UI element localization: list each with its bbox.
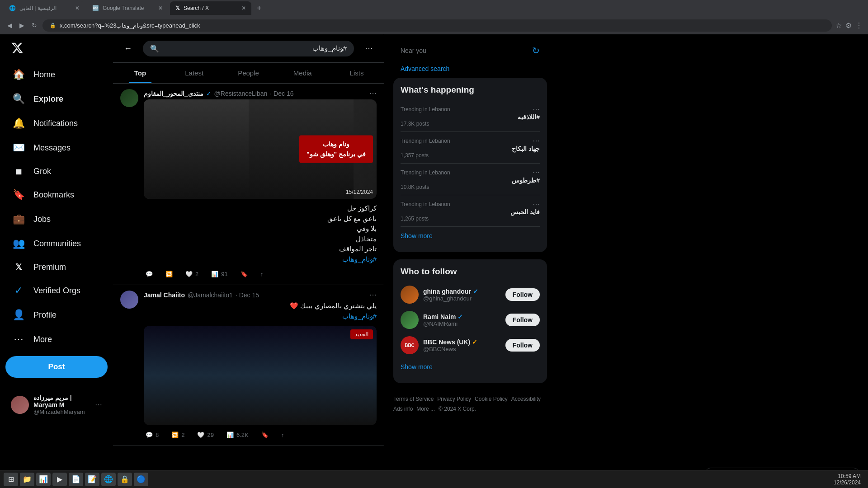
app-logo[interactable] [5,38,108,60]
tweet-2-views-button[interactable]: 📊 6.2K [225,430,250,440]
tweet-1-reply-button[interactable]: 💬 [144,269,155,279]
sidebar-item-communities[interactable]: 👥 Communities [5,232,108,255]
sidebar-item-more[interactable]: ⋯ More [5,328,108,351]
trend-item-3[interactable]: Trending in Lebanon ⋯ #طرطوس 10.8K posts [401,164,540,195]
footer-links: Terms of Service Privacy Policy Cookie P… [393,390,547,418]
sidebar-item-profile[interactable]: 👤 Profile [5,304,108,326]
retweet-icon-2: 🔁 [171,432,179,438]
taskbar-excel[interactable]: 📊 [36,473,51,486]
trend-item-1[interactable]: Trending in Lebanon ⋯ #اللاذقيه 17.3K po… [401,100,540,132]
sidebar-item-explore[interactable]: 🔍 Explore [5,88,108,110]
tweet-2-reply-button[interactable]: 💬 8 [144,430,160,440]
who-to-follow-show-more[interactable]: Show more [401,358,540,376]
back-button[interactable]: ← [120,40,136,57]
trend-1-region: Trending in Lebanon [401,106,450,113]
whats-happening-show-more[interactable]: Show more [401,227,540,245]
tweet-1-like-button[interactable]: 🤍 2 [184,269,200,279]
footer-terms[interactable]: Terms of Service [393,396,434,402]
url-bar[interactable]: 🔒 x.com/search?q=%23ونام_وهاب&src=typeah… [42,19,832,32]
tab-close-3[interactable]: ✕ [241,5,246,11]
sidebar-item-home[interactable]: 🏠 Home [5,63,108,86]
footer-accessibility[interactable]: Accessibility [511,396,541,402]
trend-2-region: Trending in Lebanon [401,138,450,144]
bookmark-icon[interactable]: ☆ [835,21,842,30]
sidebar-user-account[interactable]: مريم ميرزاده | Maryam M @MirzadehMaryam … [5,389,108,421]
sidebar-item-messages[interactable]: ✉️ Messages [5,136,108,159]
footer-more[interactable]: More ... [416,406,435,412]
back-nav-button[interactable]: ◀ [5,20,14,31]
advanced-search-link[interactable]: Advanced search [393,65,547,78]
near-you-text: Near you [401,47,426,54]
sidebar-item-bookmarks[interactable]: 🔖 Bookmarks [5,183,108,206]
trend-2-more-icon[interactable]: ⋯ [533,136,540,145]
windows-icon: ⊞ [8,475,14,483]
search-input[interactable] [164,45,347,52]
search-box[interactable]: 🔍 [143,41,354,56]
tab-latest[interactable]: Latest [167,63,222,83]
post-button[interactable]: Post [5,356,108,378]
new-tab-button[interactable]: + [253,4,265,13]
taskbar-vpn[interactable]: 🔒 [118,473,132,486]
tweet-2-share-button[interactable]: ↑ [279,430,286,440]
sidebar-avatar [11,396,29,414]
trend-item-2[interactable]: Trending in Lebanon ⋯ جهاد البكاح 1,357 … [401,132,540,164]
taskbar-media[interactable]: ▶ [52,473,67,486]
browser-tab-1[interactable]: 🌐 الرئيسية | العابي ✕ [4,1,85,15]
tweet-1-share-button[interactable]: ↑ [259,269,265,279]
sidebar-item-grok[interactable]: ◼ Grok [5,161,108,182]
trend-item-4[interactable]: Trending in Lebanon ⋯ فايد الحبس 1,265 p… [401,195,540,227]
tweet-1-views-button[interactable]: 📊 91 [209,269,229,279]
browser-tab-2[interactable]: 🔤 Google Translate ✕ [87,1,168,15]
menu-icon[interactable]: ⋮ [855,21,863,30]
tweet-2-like-button[interactable]: 🤍 29 [195,430,215,440]
sidebar-item-verified-orgs[interactable]: ✓ Verified Orgs [5,279,108,302]
main-content: ← 🔍 ⋯ Top Latest People Media Lists منتد… [113,34,384,488]
tweet-2-hashtag[interactable]: #ونام_وهاب [342,312,377,320]
tab-lists[interactable]: Lists [330,63,384,83]
extensions-icon[interactable]: ⚙ [845,21,852,30]
sidebar-item-notifications[interactable]: 🔔 Notifications [5,112,108,135]
trend-4-more-icon[interactable]: ⋯ [533,200,540,208]
tab-people[interactable]: People [222,63,276,83]
footer-ads[interactable]: Ads info [393,406,413,412]
trend-3-more-icon[interactable]: ⋯ [533,168,540,177]
tab-close-2[interactable]: ✕ [158,5,163,11]
explore-icon: 🔍 [13,93,24,105]
follow-button-1[interactable]: Follow [505,288,540,301]
reload-button[interactable]: ↻ [30,20,39,31]
tweet-1-overlay-text: ونام وهابفي برنامج "وهلق شو" [299,136,373,163]
who-to-follow-title: Who to follow [401,267,540,277]
trend-1-more-icon[interactable]: ⋯ [533,105,540,113]
footer-privacy[interactable]: Privacy Policy [437,396,471,402]
taskbar-chrome[interactable]: 🔵 [134,473,148,486]
tab-media[interactable]: Media [275,63,330,83]
tweet-2-more-icon[interactable]: ⋯ [369,291,377,299]
footer-cookie[interactable]: Cookie Policy [475,396,508,402]
taskbar-word[interactable]: 📝 [85,473,99,486]
taskbar-ie[interactable]: 🌐 [101,473,116,486]
sidebar-item-premium[interactable]: 𝕏 Premium [5,257,108,277]
browser-tab-3[interactable]: 𝕏 Search / X ✕ [170,1,251,15]
tweet-1-hashtag[interactable]: #ونام_وهاب [342,255,377,263]
follow-3-avatar: BBC [401,336,419,354]
tweet-1-bookmark-button[interactable]: 🔖 [239,269,250,279]
follow-button-3[interactable]: Follow [505,339,540,352]
tab-top[interactable]: Top [113,63,167,83]
taskbar-explorer[interactable]: 📁 [20,473,34,486]
tweet-1-more-icon[interactable]: ⋯ [369,89,377,98]
follow-button-2[interactable]: Follow [505,314,540,326]
search-more-button[interactable]: ⋯ [361,40,377,57]
tweet-1-retweet-button[interactable]: 🔁 [164,269,175,279]
tweet-2-bookmark-button[interactable]: 🔖 [259,430,270,440]
tweet-2-retweet-button[interactable]: 🔁 2 [170,430,186,440]
taskbar-pdf[interactable]: 📄 [69,473,83,486]
pdf-icon: 📄 [71,475,80,483]
location-refresh-button[interactable]: ↻ [532,45,540,56]
tab-close-1[interactable]: ✕ [75,5,80,11]
chrome-icon: 🔵 [137,475,146,483]
forward-nav-button[interactable]: ▶ [18,20,26,31]
footer-copyright: © 2024 X Corp. [439,406,476,412]
tweet-1-body: منتدى_المحور_المقاوم ✓ @ResistanceLiban … [144,89,377,279]
start-button[interactable]: ⊞ [4,473,18,486]
sidebar-item-jobs[interactable]: 💼 Jobs [5,208,108,230]
